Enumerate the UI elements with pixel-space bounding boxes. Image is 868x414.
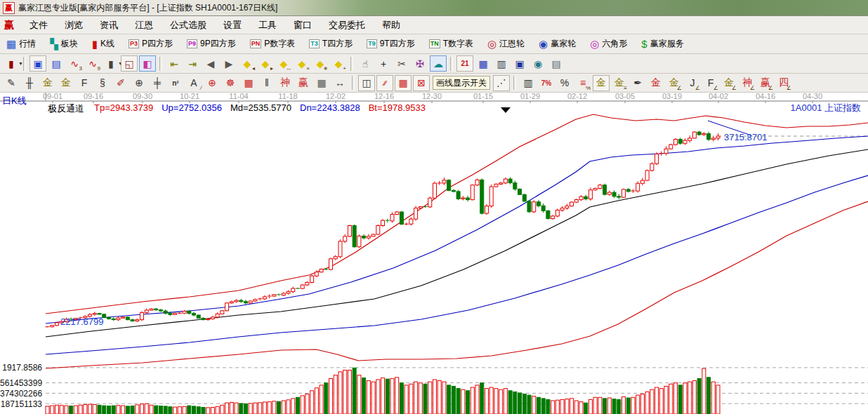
crosshair-icon[interactable]: + [375, 55, 392, 72]
sectors-button[interactable]: ▚板块 [48, 36, 80, 51]
calendar-icon[interactable]: 21 [456, 55, 473, 72]
menu-item-10[interactable]: 帮助 [374, 17, 409, 34]
menu-item-2[interactable]: 浏览 [56, 17, 91, 34]
quotes-button[interactable]: ▦行情 [4, 36, 38, 51]
grid-tool-icon[interactable]: ╫ [21, 75, 38, 91]
menu-item-4[interactable]: 江恩 [126, 17, 162, 34]
angle-j-icon[interactable]: J∠ [684, 75, 701, 91]
pen-tool-icon[interactable]: ✎ [3, 75, 20, 91]
cross-window-icon[interactable]: ⊠ [413, 75, 430, 91]
hexagon-button-label: 六角形 [602, 38, 627, 50]
angle-gold2-icon[interactable]: 金∠ [721, 75, 737, 91]
spiral-tool-icon[interactable]: § [94, 75, 111, 91]
percent-icon[interactable]: % [556, 75, 573, 91]
angle-gold-icon[interactable]: 金∠ [666, 75, 683, 91]
calculator-icon[interactable]: ▦ [475, 55, 492, 72]
channel-line-Dn [46, 175, 868, 354]
hash-grid-icon[interactable]: ╪ [149, 75, 166, 91]
red-window-icon[interactable]: ▦ [395, 75, 412, 91]
menu-item-1[interactable]: 文件 [21, 17, 56, 34]
export-pc-icon[interactable]: ▤ [548, 55, 565, 72]
n-square-icon[interactable]: n² [167, 75, 184, 91]
cut-tool-icon[interactable]: ✂ [393, 55, 410, 72]
indicator-param-1: Tp=2943.3739 [94, 102, 153, 115]
diamond-right-icon[interactable]: ◆▸ [257, 55, 274, 72]
stock-info-icon[interactable]: ▤ [48, 55, 65, 72]
gold-lines-icon[interactable]: 金≡ [611, 75, 628, 91]
window-mode-icon[interactable]: ◱ [121, 55, 138, 72]
angle-si-icon[interactable]: 四∠ [775, 75, 792, 91]
9p-square-button[interactable]: P99P四方形 [185, 36, 238, 51]
next-bar-icon[interactable]: ▶ [221, 55, 237, 72]
mark-tool-icon[interactable]: ✠ [412, 55, 428, 72]
pan-hand-icon[interactable]: ☝ [357, 55, 374, 72]
candle-style-dropdown[interactable]: ▮▼ [103, 55, 119, 72]
percent-lines-icon[interactable]: ≡% [574, 75, 591, 91]
p-number-table-button[interactable]: PNP数字表 [248, 36, 298, 51]
angle-ying-icon[interactable]: 赢∠ [757, 75, 774, 91]
pin-frame-icon[interactable]: ◫ [358, 75, 375, 91]
menu-item-9[interactable]: 交易委托 [320, 17, 374, 34]
diamond-expand-icon[interactable]: ◆↔ [275, 55, 292, 72]
fan-lines-icon[interactable]: ∕∕ [376, 75, 393, 91]
kline-period-day-dropdown[interactable]: ▮▼ [3, 55, 20, 72]
ma9-icon[interactable]: ∿9 [84, 55, 101, 72]
t-number-table-button[interactable]: TNT数字表 [427, 36, 475, 51]
circle-grid-icon[interactable]: ⊕ [131, 75, 147, 91]
diamond-compress-icon[interactable]: ◆× [294, 55, 310, 72]
angle-f-icon[interactable]: F∠ [702, 75, 719, 91]
diamond-star-icon[interactable]: ◆∗ [312, 55, 329, 72]
ma3-icon[interactable]: ∿3 [66, 55, 83, 72]
circle-cross-icon[interactable]: ⊕ [204, 75, 221, 91]
kline-button[interactable]: ▮K线 [90, 36, 117, 51]
sectors-button-label: 板块 [61, 38, 78, 50]
9t-square-button[interactable]: T99T四方形 [364, 36, 417, 51]
smart-analysis-icon[interactable]: ☁ [430, 55, 447, 72]
winner-service-button-icon: $ [641, 39, 647, 50]
winner-wheel-button[interactable]: ◉赢家轮 [537, 36, 578, 51]
shen-grid-icon[interactable]: 神 [277, 75, 294, 91]
grid-123-icon[interactable]: ▦ [313, 75, 330, 91]
bar-stats-icon[interactable]: ▥ [520, 75, 537, 91]
winner-service-button[interactable]: $赢家服务 [639, 36, 685, 51]
p-square-button[interactable]: P3P四方形 [126, 36, 175, 51]
gold-band-icon[interactable]: 金 [647, 75, 664, 91]
colored-volume-icon[interactable]: ◧ [139, 55, 156, 72]
line-display-toggle[interactable]: 画线显示开关 [433, 76, 490, 90]
ink-pen-icon[interactable]: ✒ [629, 75, 646, 91]
slant-lines-icon[interactable]: ⋰ [493, 75, 510, 91]
first-bar-icon[interactable]: ⇤ [166, 55, 183, 72]
red-grid-icon[interactable]: ▦ [240, 75, 257, 91]
menu-item-8[interactable]: 窗口 [285, 17, 320, 34]
diamond-left-icon[interactable]: ◆◂ [239, 55, 256, 72]
zoom-area-icon[interactable]: ▣ [29, 55, 46, 72]
angle-a-icon[interactable]: A∕ [185, 75, 202, 91]
gann-gold-grid-icon[interactable]: 金 [39, 75, 56, 91]
t-square-button[interactable]: T3T四方形 [307, 36, 355, 51]
ying-grid-icon[interactable]: 赢 [295, 75, 312, 91]
gann-f-grid-icon[interactable]: F [76, 75, 93, 91]
menu-item-6[interactable]: 设置 [215, 17, 250, 34]
hexagon-button[interactable]: ◎六角形 [588, 36, 629, 51]
percent7-icon[interactable]: 7% [538, 75, 555, 91]
prev-bar-icon[interactable]: ◀ [202, 55, 219, 72]
menu-item-5[interactable]: 公式选股 [162, 17, 215, 34]
diamond-cross-icon[interactable]: ◆+ [330, 55, 347, 72]
web-tool-icon[interactable]: ☸ [222, 75, 239, 91]
gann-gold-grid2-icon[interactable]: 金 [58, 75, 74, 91]
save-data-icon[interactable]: ▣ [511, 55, 528, 72]
last-bar-icon[interactable]: ⇥ [184, 55, 201, 72]
candles-group [46, 131, 721, 328]
chart-area[interactable]: 09-0109-1609-3010-2111-0411-1812-0212-16… [0, 93, 868, 414]
brush-tool-icon[interactable]: ✐ [112, 75, 129, 91]
gold-circle-icon[interactable]: 金 [593, 75, 610, 91]
report-list-icon[interactable]: ▥ [493, 55, 510, 72]
menu-item-3[interactable]: 资讯 [91, 17, 126, 34]
menu-item-7[interactable]: 工具 [250, 17, 285, 34]
hspan-arrows-icon[interactable]: ↔ [331, 75, 348, 91]
gann-wheel-button[interactable]: ◎江恩轮 [485, 36, 527, 51]
tick-marks-icon[interactable]: ‖ [258, 75, 275, 91]
save-web-icon[interactable]: ◉ [530, 55, 546, 72]
angle-shen-icon[interactable]: 神∠ [739, 75, 756, 91]
kline-period-label[interactable]: 日K线 [2, 95, 27, 107]
